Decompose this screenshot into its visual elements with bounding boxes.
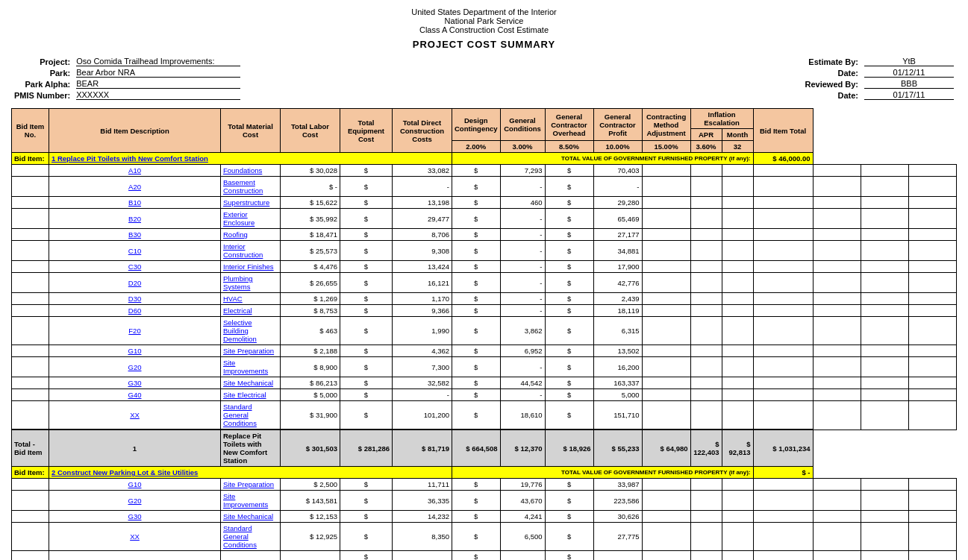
sub-item-code: B30: [49, 229, 221, 241]
reviewed-by-label: Reviewed By:: [802, 78, 861, 89]
col-header-contracting-method: Contracting Method Adjustment: [642, 109, 690, 141]
sub-item-code: G20: [49, 357, 221, 377]
sub-item-desc: Selective Building Demolition: [221, 317, 281, 345]
date2-value: 01/17/11: [861, 89, 957, 101]
bid-item-total-row: Total - Bid Item1Replace Pit Toilets wit…: [12, 430, 957, 467]
col-header-bid-no: Bid Item No.: [12, 109, 49, 153]
project-value: Oso Comida Trailhead Improvements:: [73, 56, 243, 67]
alpha-value: BEAR: [73, 78, 243, 89]
col-header-material: Total Material Cost: [221, 109, 281, 153]
sub-item-code: F20: [49, 317, 221, 345]
document-header: United States Department of the Interior…: [11, 7, 957, 50]
col-header-desc: Bid Item Description: [49, 109, 221, 153]
sub-item-desc: Interior Finishes: [221, 261, 281, 273]
table-row: G30Site Mechanical$ 12,153$14,232$4,241$…: [12, 511, 957, 523]
sub-item-code: G20: [49, 491, 221, 511]
table-row: G40Site Electrical$ 5,000$-$-$5,000: [12, 389, 957, 401]
col-header-inflation-escalation: Inflation Escalation: [690, 109, 753, 129]
sub-item-code: A20: [49, 177, 221, 197]
gov-furnished-amount: $ 46,000.00: [753, 153, 813, 165]
table-row: XXStandard General Conditions$ 31,900$10…: [12, 401, 957, 430]
sub-item-code: XX: [49, 401, 221, 430]
alpha-label: Park Alpha:: [11, 78, 73, 89]
sub-item-desc: HVAC: [221, 293, 281, 305]
sub-item-desc: Site Improvements: [221, 491, 281, 511]
col-header-apr: APR: [690, 129, 722, 141]
sub-item-code: D30: [49, 293, 221, 305]
table-row: B10Superstructure$ 15,622$13,198$460$29,…: [12, 197, 957, 209]
bid-item-header: Bid Item: 2 Construct New Parking Lot & …: [12, 467, 957, 479]
sub-item-desc: Site Electrical: [221, 389, 281, 401]
sub-item-desc: Electrical: [221, 305, 281, 317]
cost-summary-table: Bid Item No. Bid Item Description Total …: [11, 108, 957, 560]
sub-item-code: G30: [49, 511, 221, 523]
sub-item-code: G40: [49, 389, 221, 401]
project-info-section: Project: Oso Comida Trailhead Improvemen…: [11, 56, 957, 101]
sub-item-desc: Site Preparation: [221, 479, 281, 491]
sub-item-desc: Exterior Enclosure: [221, 209, 281, 229]
date1-value: 01/12/11: [861, 67, 957, 78]
estimate-by-label: Estimate By:: [802, 56, 861, 67]
gc-profit-pct: 10.00%: [593, 141, 642, 153]
design-pct: 2.00%: [452, 141, 501, 153]
col-header-labor: Total Labor Cost: [281, 109, 340, 153]
table-row: B30Roofing$ 18,471$8,706$-$27,177: [12, 229, 957, 241]
table-row: A20Basement Construction$ -$-$-$-: [12, 177, 957, 197]
gov-furnished-amount: $ -: [753, 467, 813, 479]
sub-item-code: B10: [49, 197, 221, 209]
table-row: B20Exterior Enclosure$ 35,992$29,477$-$6…: [12, 209, 957, 229]
gc-overhead-pct: 8.50%: [545, 141, 593, 153]
bid-item-description: 2 Construct New Parking Lot & Site Utili…: [49, 467, 452, 479]
page-container: United States Department of the Interior…: [0, 0, 968, 560]
col-header-direct: Total Direct Construction Costs: [393, 109, 452, 153]
document-title: PROJECT COST SUMMARY: [11, 39, 957, 50]
table-row: C30Interior Finishes$ 4,476$13,424$-$17,…: [12, 261, 957, 273]
park-label: Park:: [11, 67, 73, 78]
table-row: A10Foundations$ 30,028$33,082$7,293$70,4…: [12, 165, 957, 177]
table-row: F20Selective Building Demolition$ 463$1,…: [12, 317, 957, 345]
pmis-value: XXXXXX: [73, 89, 243, 101]
table-row: $$$: [12, 551, 957, 561]
total-bid-item-label: Total - Bid Item: [12, 430, 49, 467]
sub-item-code: D60: [49, 305, 221, 317]
pmis-label: PMIS Number:: [11, 89, 73, 101]
sub-item-code: C30: [49, 261, 221, 273]
table-row: G20Site Improvements$ 143,581$36,335$43,…: [12, 491, 957, 511]
date1-label: Date:: [802, 67, 861, 78]
project-label: Project:: [11, 56, 73, 67]
sub-item-desc: Site Mechanical: [221, 511, 281, 523]
table-row: G20Site Improvements$ 8,900$7,300$-$16,2…: [12, 357, 957, 377]
park-value: Bear Arbor NRA: [73, 67, 243, 78]
bid-item-label: Bid Item:: [12, 153, 49, 165]
sub-item-desc: Standard General Conditions: [221, 401, 281, 430]
sub-item-code: G10: [49, 479, 221, 491]
table-row: G30Site Mechanical$ 86,213$32,582$44,542…: [12, 377, 957, 389]
gen-cond-pct: 3.00%: [500, 141, 545, 153]
table-row: G10Site Preparation$ 2,500$11,711$19,776…: [12, 479, 957, 491]
sub-item-desc: Site Mechanical: [221, 377, 281, 389]
col-header-gc-overhead: General Contractor Overhead: [545, 109, 593, 141]
sub-item-code: G10: [49, 345, 221, 357]
date2-label: Date:: [802, 89, 861, 101]
col-header-gc-profit: General Contractor Profit: [593, 109, 642, 141]
sub-item-desc: Basement Construction: [221, 177, 281, 197]
reviewed-by-value: BBB: [861, 78, 957, 89]
sub-item-code: XX: [49, 523, 221, 551]
table-body: Bid Item: 1 Replace Pit Toilets with New…: [12, 153, 957, 561]
sub-item-desc: Plumbing Systems: [221, 273, 281, 293]
bid-item-description: 1 Replace Pit Toilets with New Comfort S…: [49, 153, 452, 165]
header-line3: Class A Construction Cost Estimate: [11, 25, 957, 34]
sub-item-code: G30: [49, 377, 221, 389]
bid-item-header: Bid Item: 1 Replace Pit Toilets with New…: [12, 153, 957, 165]
col-header-design-contingency: Design Contingency: [452, 109, 501, 141]
apr-val: 3.60%: [690, 141, 722, 153]
gov-furnished-label: TOTAL VALUE OF GOVERNMENT FURNISHED PROP…: [452, 467, 754, 479]
sub-item-desc: Superstructure: [221, 197, 281, 209]
project-info-left: Project: Oso Comida Trailhead Improvemen…: [11, 56, 243, 101]
estimate-by-value: YtB: [861, 56, 957, 67]
sub-item-code: B20: [49, 209, 221, 229]
sub-item-desc: Roofing: [221, 229, 281, 241]
table-row: C10Interior Construction$ 25,573$9,308$-…: [12, 241, 957, 261]
table-row: D20Plumbing Systems$ 26,655$16,121$-$42,…: [12, 273, 957, 293]
sub-item-desc: Site Preparation: [221, 345, 281, 357]
